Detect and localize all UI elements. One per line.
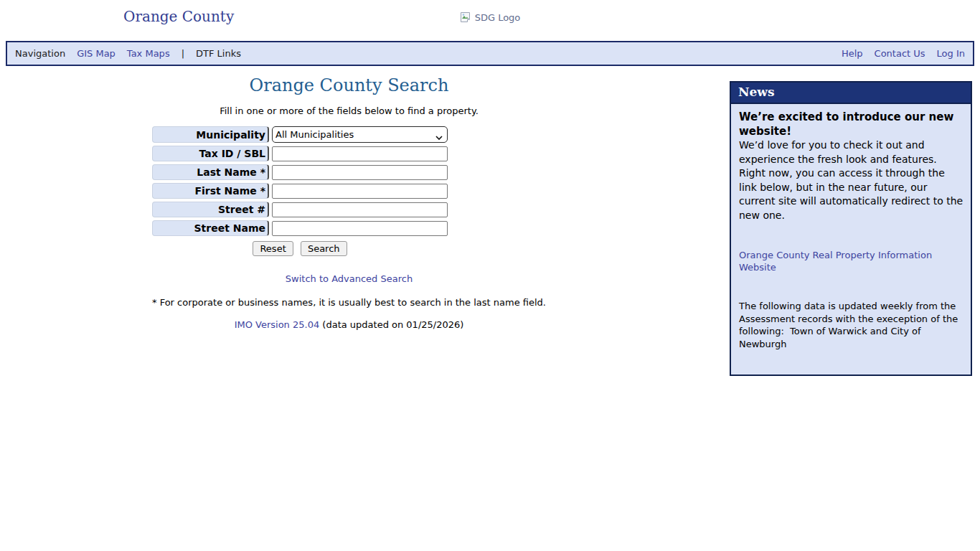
news-footer-text: The following data is updated weekly fro…: [739, 300, 963, 350]
form-row-street-number: Street #: [152, 202, 448, 217]
form-row-tax-id: Tax ID / SBL: [152, 146, 448, 161]
logo-alt-text: SDG Logo: [475, 12, 521, 23]
data-updated-text: (data updated on 01/25/2026): [319, 319, 463, 330]
label-street-number: Street #: [152, 202, 269, 217]
street-number-input[interactable]: [272, 202, 448, 217]
first-name-input[interactable]: [272, 184, 448, 199]
form-row-first-name: First Name *: [152, 183, 448, 199]
form-row-municipality: Municipality All Municipalities: [152, 126, 448, 143]
page-title: Orange County Search: [0, 75, 698, 95]
navbar-left: Navigation GIS Map Tax Maps | DTF Links: [15, 48, 241, 59]
nav-item-navigation[interactable]: Navigation: [15, 48, 65, 59]
label-street-name: Street Name: [152, 220, 269, 236]
nav-item-dtf-links[interactable]: DTF Links: [196, 48, 241, 59]
news-heading: We’re excited to introduce our new websi…: [739, 110, 963, 138]
sdg-logo[interactable]: SDG Logo: [0, 11, 980, 23]
search-section: Orange County Search Fill in one or more…: [0, 66, 698, 330]
search-instructions: Fill in one or more of the fields below …: [0, 105, 698, 116]
label-last-name: Last Name *: [152, 164, 269, 180]
advanced-search-link[interactable]: Switch to Advanced Search: [286, 273, 413, 284]
nav-item-contact-us[interactable]: Contact Us: [875, 48, 925, 59]
imo-version-link[interactable]: IMO Version 25.04: [235, 319, 320, 330]
label-first-name: First Name *: [152, 183, 269, 199]
search-button[interactable]: Search: [301, 241, 347, 256]
last-name-input[interactable]: [272, 165, 448, 180]
form-row-last-name: Last Name *: [152, 164, 448, 180]
news-panel: News We’re excited to introduce our new …: [730, 81, 972, 376]
nav-item-help[interactable]: Help: [842, 48, 863, 59]
nav-item-log-in[interactable]: Log In: [937, 48, 965, 59]
nav-item-tax-maps[interactable]: Tax Maps: [127, 48, 170, 59]
reset-button[interactable]: Reset: [253, 241, 293, 256]
nav-item-gis-map[interactable]: GIS Map: [77, 48, 116, 59]
corporate-search-note: * For corporate or business names, it is…: [0, 297, 698, 308]
search-form-table: Municipality All Municipalities Tax ID /…: [149, 123, 451, 260]
street-name-input[interactable]: [272, 221, 448, 236]
label-tax-id-sbl: Tax ID / SBL: [152, 146, 269, 161]
navbar-right: Help Contact Us Log In: [842, 48, 965, 59]
nav-separator: |: [182, 48, 184, 59]
news-sidebar: News We’re excited to introduce our new …: [730, 81, 972, 376]
news-body: We’re excited to introduce our new websi…: [731, 104, 971, 375]
form-row-buttons: Reset Search: [152, 239, 448, 257]
municipality-select[interactable]: All Municipalities: [272, 126, 448, 143]
page-header: Orange County SDG Logo: [0, 0, 980, 36]
news-paragraph: We’d love for you to check it out and ex…: [739, 138, 963, 222]
tax-id-sbl-input[interactable]: [272, 146, 448, 161]
news-title: News: [731, 83, 971, 104]
form-row-street-name: Street Name: [152, 220, 448, 236]
broken-image-icon: [460, 11, 473, 23]
news-website-link[interactable]: Orange County Real Property Information …: [739, 250, 932, 273]
main-navbar: Navigation GIS Map Tax Maps | DTF Links …: [6, 41, 974, 66]
label-municipality: Municipality: [152, 126, 269, 143]
